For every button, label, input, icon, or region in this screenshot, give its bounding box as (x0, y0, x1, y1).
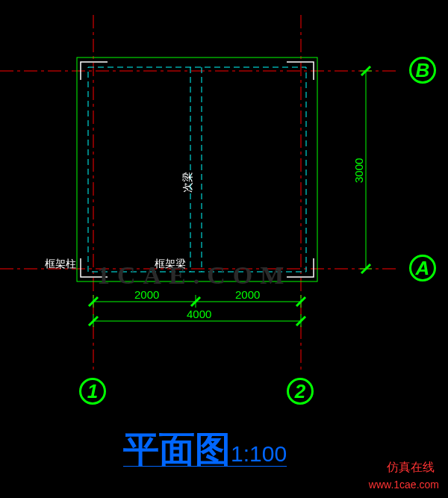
grid-marker-1: 1 (79, 378, 106, 405)
label-column: 框架柱 (45, 258, 76, 270)
label-secondary-beam: 次梁 (182, 172, 193, 193)
grid-marker-label: A (416, 257, 430, 280)
dim-total-y: 3000 (352, 158, 365, 183)
drawing-title: 平面图1:100 (123, 426, 287, 473)
column-bl (81, 258, 108, 277)
slab-outline (77, 57, 317, 281)
grid-marker-2: 2 (287, 378, 314, 405)
watermark-url: www.1cae.com (369, 479, 439, 491)
girder-inner (88, 67, 306, 272)
drawing-svg: 2000 2000 4000 3000 框架柱 框架梁 次梁 (0, 0, 448, 498)
dim-bay-left: 2000 (134, 288, 159, 301)
grid-marker-label: 1 (87, 380, 98, 403)
title-main: 平面图 (123, 429, 231, 469)
column-br (287, 258, 314, 277)
grid-marker-label: 2 (295, 380, 305, 403)
grid-marker-b: B (409, 57, 436, 84)
watermark-brand: 仿真在线 (387, 460, 435, 476)
grid-marker-label: B (416, 59, 430, 82)
dim-total-x: 4000 (187, 308, 211, 320)
cad-canvas: 2000 2000 4000 3000 框架柱 框架梁 次梁 B A 1 2 平… (0, 0, 448, 498)
grid-marker-a: A (409, 255, 436, 281)
dim-bay-right: 2000 (235, 288, 260, 301)
label-girder: 框架梁 (155, 258, 186, 270)
title-scale: 1:100 (231, 441, 287, 466)
